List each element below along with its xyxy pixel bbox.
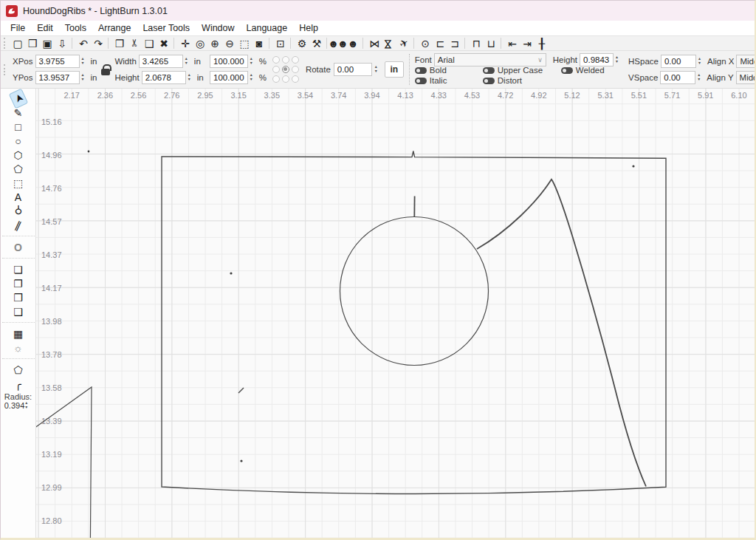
undo-icon[interactable]: ↶ — [75, 36, 90, 50]
flip-horizontal-icon[interactable]: ⋈ — [366, 36, 381, 50]
radius-spinner[interactable]: ▴▾ — [25, 401, 32, 410]
font-height-input[interactable]: 0.9843 — [580, 53, 614, 66]
paste-icon[interactable]: ❑ — [141, 36, 156, 50]
settings-gear-icon[interactable]: ⚙ — [294, 36, 309, 50]
group-icon[interactable]: ☻☻ — [330, 36, 345, 50]
height-percent-input[interactable]: 100.000 — [210, 71, 248, 84]
polygon-tool[interactable]: ⬡ — [10, 148, 27, 162]
anchor-bottom-center[interactable] — [282, 75, 289, 83]
italic-toggle[interactable] — [415, 78, 427, 84]
boolean-intersect-tool[interactable]: ❑ — [10, 304, 27, 318]
alignx-dropdown[interactable]: Middle ∨ — [736, 55, 755, 68]
nudge-icon[interactable]: ╂ — [534, 36, 549, 50]
cut-icon[interactable]: ✂ — [127, 36, 141, 51]
width-spinner[interactable]: ▴▾ — [185, 57, 192, 66]
device-settings-icon[interactable]: ⚒ — [309, 36, 323, 50]
zoom-in-icon[interactable]: ⊕ — [207, 36, 221, 50]
vspace-spinner[interactable]: ▴▾ — [698, 73, 704, 82]
anchor-top-left[interactable] — [272, 56, 280, 64]
toolbar2-drag-handle[interactable] — [4, 64, 7, 75]
position-laser-tool[interactable]: ⚲ — [10, 204, 27, 218]
save-icon[interactable]: ▣ — [39, 36, 54, 50]
align-horizontal-icon[interactable]: ⊏ — [432, 36, 447, 50]
edit-nodes-tool[interactable]: ⬠ — [10, 162, 27, 176]
height-input[interactable]: 2.0678 — [142, 71, 186, 84]
dot-mark-shape[interactable] — [230, 272, 232, 274]
ellipse-tool[interactable]: ○ — [10, 134, 27, 148]
width-percent-spinner[interactable]: ▴▾ — [250, 57, 257, 66]
text-tool[interactable]: A — [10, 190, 27, 204]
hspace-spinner[interactable]: ▴▾ — [698, 57, 705, 66]
anchor-middle-right[interactable] — [292, 66, 299, 73]
preview-icon[interactable]: ⊡ — [272, 36, 287, 50]
pan-icon[interactable]: ✛ — [177, 36, 192, 50]
copy-icon[interactable]: ❐ — [111, 36, 126, 50]
measure-tool[interactable]: ∥ — [8, 215, 29, 235]
align-center-icon[interactable]: ⊙ — [417, 36, 432, 50]
ypos-input[interactable]: 13.9537 — [35, 71, 80, 84]
upper-case-toggle[interactable] — [483, 67, 495, 74]
anchor-middle-left[interactable] — [272, 66, 280, 73]
mirror-icon[interactable]: ✈ — [394, 35, 413, 51]
spar-curve-shape[interactable] — [477, 180, 646, 487]
rotate-input[interactable]: 0.00 — [334, 63, 372, 76]
offset-shapes-tool[interactable]: O — [10, 240, 27, 254]
distribute-vertical-icon[interactable]: ⊔ — [483, 36, 498, 50]
xpos-input[interactable]: 3.9755 — [35, 55, 80, 68]
rib-outline-shape[interactable] — [162, 151, 666, 494]
grid-array-tool[interactable]: ▦ — [10, 327, 27, 341]
hspace-input[interactable]: 0.00 — [661, 55, 696, 68]
dot-mark-shape[interactable] — [632, 165, 634, 167]
menu-item[interactable]: Tools — [60, 21, 92, 35]
new-file-icon[interactable]: ▢ — [10, 36, 24, 50]
lock-aspect-icon[interactable] — [101, 69, 110, 75]
width-percent-input[interactable]: 100.000 — [210, 55, 248, 68]
xpos-spinner[interactable]: ▴▾ — [82, 57, 89, 66]
menu-item[interactable]: Language — [241, 21, 293, 35]
space-horizontal-icon[interactable]: ⇤ — [504, 36, 519, 50]
units-button[interactable]: in — [385, 61, 404, 78]
zoom-out-icon[interactable]: ⊖ — [221, 36, 236, 50]
rectangle-tool[interactable]: □ — [10, 120, 27, 134]
drawing-layer[interactable] — [36, 89, 755, 538]
ypos-spinner[interactable]: ▴▾ — [82, 73, 89, 82]
circle-shape[interactable] — [340, 217, 489, 366]
align-vertical-icon[interactable]: ⊐ — [447, 36, 461, 50]
tick-mark-shape[interactable] — [238, 388, 244, 393]
width-input[interactable]: 3.4265 — [139, 55, 183, 68]
open-file-icon[interactable]: ❒ — [24, 36, 39, 50]
redo-icon[interactable]: ↷ — [90, 36, 105, 50]
circular-array-tool[interactable]: ☼ — [10, 341, 27, 355]
edit-shape-tool[interactable]: ⬚ — [10, 176, 27, 190]
delete-icon[interactable]: ✖ — [156, 36, 171, 50]
anchor-top-center[interactable] — [282, 56, 289, 64]
vspace-input[interactable]: 0.00 — [660, 71, 695, 84]
space-vertical-icon[interactable]: ⇥ — [519, 36, 534, 50]
font-dropdown[interactable]: Arial ∨ — [434, 53, 546, 66]
radius-input[interactable]: 0.394 — [4, 401, 25, 410]
frame-selection-icon[interactable]: ⬚ — [236, 36, 251, 50]
menu-item[interactable]: Help — [294, 21, 323, 35]
dot-mark-shape[interactable] — [88, 151, 90, 153]
ungroup-icon[interactable]: ☻ — [345, 36, 360, 50]
dot-mark-shape[interactable] — [240, 459, 242, 462]
boolean-subtract-tool[interactable]: ❒ — [10, 290, 27, 304]
flip-vertical-icon[interactable]: ⋈ — [382, 36, 396, 51]
shape-outline-tool[interactable]: ⬠ — [10, 363, 27, 377]
font-height-spinner[interactable]: ▴▾ — [616, 55, 622, 64]
welded-toggle[interactable] — [561, 67, 573, 74]
menu-item[interactable]: Edit — [32, 21, 58, 35]
zoom-frame-icon[interactable]: ◎ — [192, 36, 207, 50]
partial-rib-shape[interactable] — [36, 387, 92, 538]
menu-item[interactable]: File — [5, 21, 30, 35]
anchor-bottom-left[interactable] — [272, 75, 280, 83]
distribute-horizontal-icon[interactable]: ⊓ — [468, 36, 483, 50]
rotate-spinner[interactable]: ▴▾ — [375, 65, 382, 74]
workspace-canvas[interactable]: 2.172.362.562.762.953.153.353.543.743.94… — [36, 89, 755, 538]
anchor-top-right[interactable] — [292, 56, 299, 64]
camera-capture-icon[interactable]: ◙ — [251, 36, 266, 50]
anchor-middle-center[interactable] — [282, 66, 289, 73]
menu-item[interactable]: Laser Tools — [137, 21, 195, 35]
anchor-bottom-right[interactable] — [292, 75, 299, 83]
bold-toggle[interactable] — [415, 67, 427, 74]
